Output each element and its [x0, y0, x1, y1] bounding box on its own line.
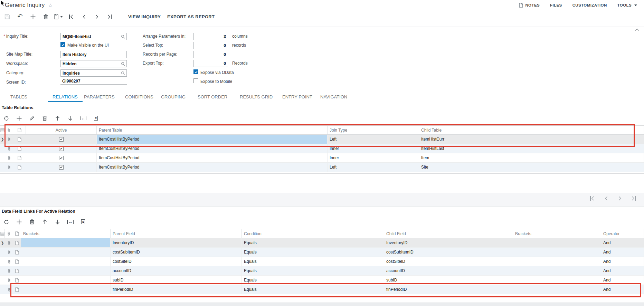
tab-relations[interactable]: RELATIONS: [48, 94, 83, 99]
cell-condition[interactable]: Equals: [242, 238, 384, 247]
cell-parent-field[interactable]: accountID: [111, 266, 242, 275]
move-down-button[interactable]: [65, 114, 75, 122]
cell-condition[interactable]: Equals: [242, 248, 384, 257]
cell-child-field[interactable]: costSubItemID: [384, 248, 513, 257]
cell-parent-table[interactable]: ItemCostHistByPeriod: [97, 153, 328, 162]
cell-brackets[interactable]: [21, 248, 111, 257]
pager-next-button[interactable]: [617, 196, 623, 201]
cell-brackets2[interactable]: [513, 285, 601, 294]
tab-parameters[interactable]: PARAMETERS: [79, 94, 120, 99]
cell-operator[interactable]: And: [601, 248, 644, 257]
cell-operator[interactable]: And: [601, 285, 644, 294]
arrange-parameters-input[interactable]: 3: [193, 33, 228, 40]
column-header-child-table[interactable]: Child Table: [419, 126, 644, 134]
tab-tables[interactable]: TABLES: [6, 94, 32, 99]
active-checkbox[interactable]: [59, 137, 64, 142]
cell-brackets2[interactable]: [513, 248, 601, 257]
last-button[interactable]: [104, 12, 115, 21]
cell-parent-table[interactable]: ItemCostHistByPeriod: [97, 135, 328, 144]
refresh-button[interactable]: [1, 218, 11, 226]
cell-child-field[interactable]: subID: [384, 276, 513, 285]
cell-parent-field[interactable]: InventoryID: [111, 238, 242, 247]
table-row[interactable]: costSubItemIDEqualscostSubItemIDAnd: [0, 248, 644, 257]
cell-active[interactable]: [26, 153, 97, 162]
export-excel-button[interactable]: x: [78, 218, 88, 226]
view-inquiry-button[interactable]: VIEW INQUIRY: [128, 14, 161, 19]
cell-brackets2[interactable]: [513, 257, 601, 266]
export-excel-button[interactable]: x: [91, 114, 101, 122]
cell-parent-field[interactable]: subID: [111, 276, 242, 285]
tab-entry-point[interactable]: ENTRY POINT: [277, 94, 317, 99]
make-visible-checkbox[interactable]: [60, 42, 65, 47]
refresh-button[interactable]: [1, 114, 11, 122]
column-header-brackets[interactable]: Brackets: [513, 229, 601, 238]
cell-brackets[interactable]: [21, 266, 111, 275]
export-top-input[interactable]: 0: [193, 60, 228, 67]
active-checkbox[interactable]: [59, 146, 64, 151]
pager-first-button[interactable]: [589, 196, 595, 201]
move-down-button[interactable]: [53, 218, 63, 226]
files-button[interactable]: FILES: [550, 3, 562, 7]
column-header-child-field[interactable]: Child Field: [384, 229, 513, 238]
column-header-brackets[interactable]: Brackets: [21, 229, 111, 238]
cell-parent-field[interactable]: costSiteID: [111, 257, 242, 266]
category-input[interactable]: Inquiries: [60, 69, 127, 77]
tab-grouping[interactable]: GROUPING: [156, 94, 190, 99]
column-header-parent-table[interactable]: Parent Table: [97, 126, 328, 134]
cell-parent-field[interactable]: finPeriodID: [111, 285, 242, 294]
cell-child-field[interactable]: costSiteID: [384, 257, 513, 266]
column-header-join-type[interactable]: Join Type: [328, 126, 419, 134]
save-button[interactable]: [2, 12, 12, 21]
table-row[interactable]: ItemCostHistByPeriodLeftSite: [0, 163, 644, 172]
cell-parent-table[interactable]: ItemCostHistByPeriod: [97, 163, 328, 172]
cell-active[interactable]: [26, 144, 97, 153]
column-header-condition[interactable]: Condition: [242, 229, 384, 238]
notes-button[interactable]: NOTES: [519, 3, 540, 8]
cell-join-type[interactable]: Inner: [328, 153, 419, 162]
prev-button[interactable]: [79, 12, 89, 21]
cell-child-table[interactable]: ItemHistCurr: [419, 135, 644, 144]
delete-button[interactable]: [27, 218, 37, 226]
column-header-operator[interactable]: Operator: [601, 229, 644, 238]
table-row[interactable]: costSiteIDEqualscostSiteIDAnd: [0, 257, 644, 266]
cell-brackets2[interactable]: [513, 238, 601, 247]
records-per-page-input[interactable]: 0: [193, 51, 228, 58]
cell-active[interactable]: [26, 135, 97, 144]
favorite-star-icon[interactable]: ☆: [48, 2, 53, 9]
customization-button[interactable]: CUSTOMIZATION: [572, 3, 607, 7]
delete-button[interactable]: [40, 114, 50, 122]
collapse-panel-icon[interactable]: [635, 28, 639, 31]
cell-child-field[interactable]: accountID: [384, 266, 513, 275]
add-button[interactable]: [28, 12, 38, 21]
tab-conditions[interactable]: CONDITIONS: [120, 94, 158, 99]
table-row[interactable]: finPeriodIDEqualsfinPeriodIDAnd: [0, 285, 644, 294]
site-map-title-input[interactable]: Item History: [60, 51, 127, 58]
cell-operator[interactable]: And: [601, 257, 644, 266]
cell-join-type[interactable]: Left: [328, 163, 419, 172]
cell-parent-field[interactable]: costSubItemID: [111, 248, 242, 257]
cell-condition[interactable]: Equals: [242, 285, 384, 294]
clipboard-button[interactable]: [53, 12, 64, 21]
cell-child-table[interactable]: Item: [419, 153, 644, 162]
pager-last-button[interactable]: [631, 196, 636, 201]
cell-child-field[interactable]: InventoryID: [384, 238, 513, 247]
cell-operator[interactable]: And: [601, 238, 644, 247]
tab-navigation[interactable]: NAVIGATION: [315, 94, 352, 99]
expose-odata-checkbox[interactable]: [193, 69, 198, 74]
fit-width-button[interactable]: ↔: [78, 114, 88, 122]
search-icon[interactable]: [121, 61, 125, 66]
move-up-button[interactable]: [40, 218, 50, 226]
tab-sort-order[interactable]: SORT ORDER: [193, 94, 232, 99]
expose-mobile-checkbox[interactable]: [193, 78, 198, 83]
cell-join-type[interactable]: Left: [328, 135, 419, 144]
table-row[interactable]: accountIDEqualsaccountIDAnd: [0, 266, 644, 276]
undo-button[interactable]: ↶: [15, 12, 25, 21]
cell-brackets[interactable]: [21, 238, 111, 247]
active-checkbox[interactable]: [59, 165, 64, 170]
active-checkbox[interactable]: [59, 156, 64, 160]
column-header-parent-field[interactable]: Parent Field: [111, 229, 242, 238]
table-row[interactable]: ItemCostHistByPeriodInnerItem: [0, 153, 644, 163]
cell-condition[interactable]: Equals: [242, 257, 384, 266]
inquiry-title-input[interactable]: MQBI-ItemHist: [60, 33, 127, 40]
cell-parent-table[interactable]: ItemCostHistByPeriod: [97, 144, 328, 153]
